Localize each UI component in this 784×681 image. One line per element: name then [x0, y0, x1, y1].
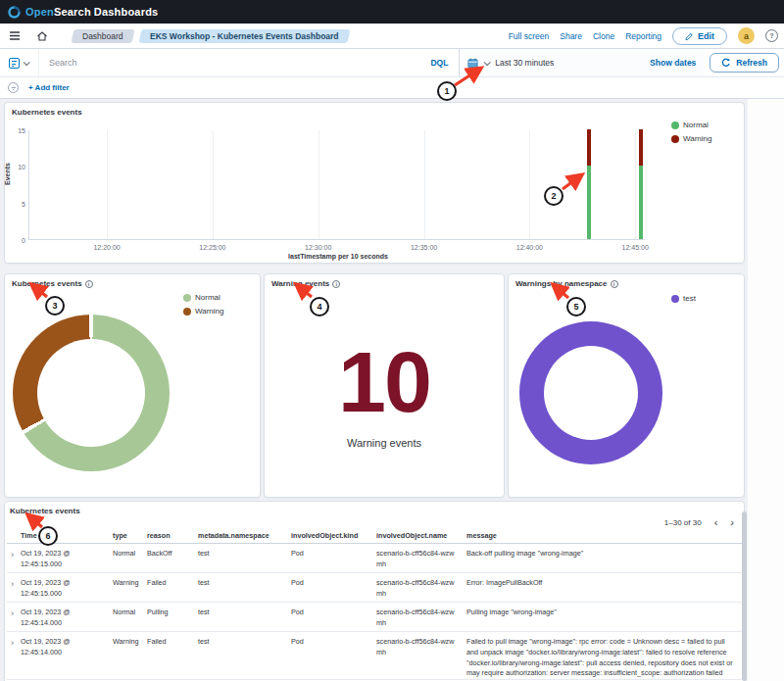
- legend-label: test: [683, 294, 696, 303]
- row-expand-icon[interactable]: ›: [7, 573, 21, 603]
- legend-item-warning[interactable]: Warning: [183, 307, 224, 316]
- cell-reason: Pulling: [147, 603, 198, 632]
- edit-button[interactable]: Edit: [672, 27, 727, 45]
- legend-label: Normal: [195, 293, 220, 302]
- opensearch-brand: OpenSearchDashboards: [8, 6, 158, 19]
- calendar-icon[interactable]: [467, 58, 478, 69]
- pagination-prev-icon[interactable]: ‹: [714, 517, 718, 528]
- legend-item-normal[interactable]: Normal: [183, 293, 224, 302]
- cell-involvedobject-kind: Pod: [291, 544, 376, 573]
- table-row: ›Oct 19, 2023 @ 12:45:15.000NormalBackOf…: [7, 544, 742, 573]
- panel-title: Kubernetes events: [10, 507, 80, 515]
- saved-query-menu[interactable]: [0, 49, 39, 76]
- legend-dot: [671, 135, 679, 143]
- cell-type: Warning: [113, 632, 147, 680]
- navbar: Dashboard EKS Workshop - Kubernetes Even…: [0, 24, 784, 49]
- bar-normal: [587, 166, 591, 239]
- query-language-button[interactable]: DQL: [419, 58, 459, 68]
- legend-item-test[interactable]: test: [671, 294, 696, 303]
- column-header-reason[interactable]: reason: [147, 531, 198, 544]
- cell-time: Oct 19, 2023 @ 12:45:15.000: [21, 573, 113, 603]
- clone-link[interactable]: Clone: [593, 31, 614, 41]
- namespace-donut-chart: [519, 321, 662, 464]
- cell-time: Oct 19, 2023 @ 12:45:14.000: [21, 603, 113, 632]
- chevron-down-icon[interactable]: [484, 59, 491, 66]
- row-expand-icon[interactable]: ›: [7, 603, 21, 632]
- show-dates-button[interactable]: Show dates: [650, 58, 696, 68]
- help-icon[interactable]: ?: [765, 29, 778, 42]
- menu-hamburger-icon[interactable]: [6, 27, 24, 45]
- cell-metadata-namespace: test: [198, 632, 291, 680]
- breadcrumb-dashboard[interactable]: Dashboard: [72, 29, 135, 43]
- pagination-range: 1–30 of 30: [664, 518, 702, 527]
- page-gutter: [748, 99, 784, 681]
- x-tick-label: 12:40:00: [516, 244, 543, 251]
- filter-icon[interactable]: [8, 82, 19, 93]
- reporting-link[interactable]: Reporting: [625, 31, 662, 41]
- legend-dot: [183, 308, 191, 316]
- opensearch-logo-icon: [8, 6, 21, 19]
- info-icon[interactable]: i: [611, 280, 618, 288]
- cell-involvedobject-kind: Pod: [291, 603, 376, 632]
- vertical-scrollbar[interactable]: [742, 511, 747, 681]
- row-expand-icon[interactable]: ›: [7, 632, 21, 680]
- cell-metadata-namespace: test: [198, 573, 291, 603]
- info-icon[interactable]: i: [85, 280, 93, 288]
- column-header-message[interactable]: message: [466, 531, 742, 544]
- bar-warning: [639, 129, 643, 166]
- panel-kubernetes-events-timeseries: Kubernetes events Events 12:20:0012:25:0…: [4, 102, 745, 264]
- annotation-marker-2: 2: [544, 186, 564, 206]
- column-header-label: metadata.namespace: [198, 531, 270, 540]
- column-header-involvedobject-name[interactable]: involvedObject.name: [376, 531, 466, 544]
- donut-legend: NormalWarning: [183, 293, 224, 316]
- column-header-involvedobject-kind[interactable]: involvedObject.kind: [291, 531, 376, 544]
- y-axis-label: Events: [4, 163, 11, 185]
- row-expand-icon[interactable]: ›: [7, 544, 21, 573]
- legend-label: Warning: [683, 134, 712, 143]
- column-header-expander: [7, 531, 21, 544]
- full-screen-link[interactable]: Full screen: [509, 31, 550, 41]
- gridline: [424, 130, 425, 239]
- column-header-time[interactable]: Time: [21, 531, 113, 544]
- add-filter-button[interactable]: + Add filter: [28, 83, 70, 92]
- cell-type: Warning: [113, 573, 147, 603]
- brand-text: OpenSearchDashboards: [25, 6, 158, 18]
- refresh-button[interactable]: Refresh: [710, 53, 779, 73]
- cell-involvedobject-name: scenario-b-cff56c84-wzwmh: [376, 573, 466, 603]
- column-header-type[interactable]: type: [113, 531, 147, 544]
- search-input[interactable]: [39, 58, 402, 68]
- share-link[interactable]: Share: [560, 31, 582, 41]
- legend-item-normal[interactable]: Normal: [671, 121, 712, 129]
- x-tick-label: 12:45:00: [622, 244, 649, 251]
- legend-dot: [671, 295, 679, 303]
- y-tick-label: 5: [22, 200, 25, 207]
- cell-reason: BackOff: [147, 544, 198, 573]
- annotation-marker-1: 1: [437, 81, 457, 101]
- x-tick-label: 12:30:00: [305, 244, 331, 251]
- home-icon[interactable]: [33, 27, 51, 45]
- column-header-label: message: [466, 531, 497, 540]
- table-row: ›Oct 19, 2023 @ 12:45:14.000WarningFaile…: [7, 632, 742, 680]
- x-tick-label: 12:25:00: [199, 244, 225, 251]
- pencil-icon: [685, 31, 694, 40]
- info-icon[interactable]: i: [332, 280, 340, 288]
- pagination: 1–30 of 30 ‹ ›: [664, 517, 734, 528]
- avatar[interactable]: a: [738, 27, 755, 44]
- gridline: [107, 130, 108, 239]
- time-range-value[interactable]: Last 30 minutes: [495, 58, 554, 68]
- pagination-next-icon[interactable]: ›: [730, 517, 734, 528]
- query-bar: DQL Last 30 minutes Show dates Refresh: [0, 49, 784, 77]
- legend-item-warning[interactable]: Warning: [671, 134, 712, 143]
- breadcrumb: Dashboard EKS Workshop - Kubernetes Even…: [73, 29, 348, 43]
- breadcrumb-current-dashboard[interactable]: EKS Workshop - Kubernetes Events Dashboa…: [138, 29, 350, 43]
- panel-title: Kubernetes eventsi: [12, 279, 93, 288]
- legend-dot: [671, 122, 679, 129]
- annotation-marker-6: 6: [38, 526, 58, 546]
- metric-label: Warning events: [265, 437, 504, 449]
- column-header-metadata-namespace[interactable]: metadata.namespace: [198, 531, 291, 544]
- events-table: Timetypereasonmetadata.namespaceinvolved…: [7, 531, 742, 680]
- legend-label: Normal: [683, 121, 709, 129]
- timeseries-plot: 12:20:0012:25:0012:30:0012:35:0012:40:00…: [28, 130, 645, 240]
- saved-query-icon: [9, 58, 20, 69]
- bar-normal: [639, 166, 643, 239]
